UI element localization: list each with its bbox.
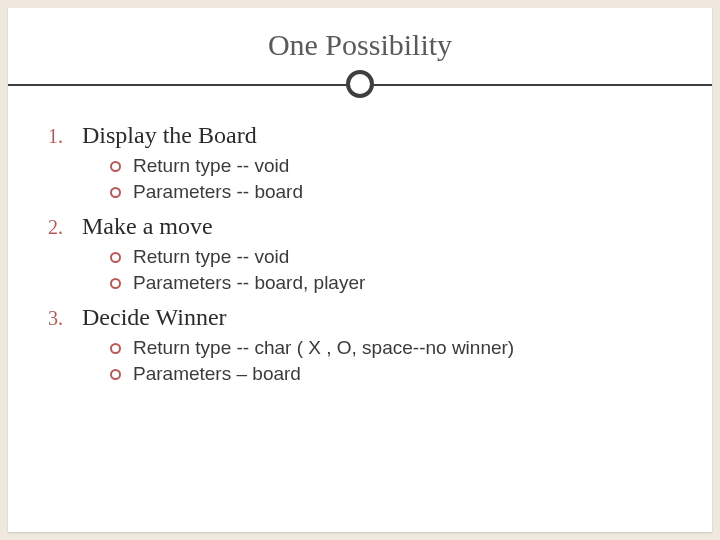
list-number: 2. bbox=[48, 216, 82, 239]
sub-item: Return type -- void bbox=[110, 246, 680, 268]
sub-item: Return type -- char ( X , O, space--no w… bbox=[110, 337, 680, 359]
sub-text: Parameters – board bbox=[133, 363, 301, 385]
list-number: 3. bbox=[48, 307, 82, 330]
sub-list: Return type -- char ( X , O, space--no w… bbox=[110, 337, 680, 385]
bullet-ring-icon bbox=[110, 161, 121, 172]
sub-list: Return type -- void Parameters -- board bbox=[110, 155, 680, 203]
sub-item: Parameters -- board, player bbox=[110, 272, 680, 294]
sub-text: Return type -- void bbox=[133, 246, 289, 268]
list-item: 1. Display the Board bbox=[48, 122, 680, 149]
divider bbox=[8, 70, 712, 98]
content: 1. Display the Board Return type -- void… bbox=[8, 108, 712, 385]
sub-text: Return type -- char ( X , O, space--no w… bbox=[133, 337, 514, 359]
bullet-ring-icon bbox=[110, 369, 121, 380]
sub-text: Return type -- void bbox=[133, 155, 289, 177]
sub-list: Return type -- void Parameters -- board,… bbox=[110, 246, 680, 294]
divider-circle-icon bbox=[346, 70, 374, 98]
list-heading: Decide Winner bbox=[82, 304, 227, 331]
bullet-ring-icon bbox=[110, 278, 121, 289]
bullet-ring-icon bbox=[110, 252, 121, 263]
bullet-ring-icon bbox=[110, 187, 121, 198]
bullet-ring-icon bbox=[110, 343, 121, 354]
sub-item: Return type -- void bbox=[110, 155, 680, 177]
list-item: 2. Make a move bbox=[48, 213, 680, 240]
list-number: 1. bbox=[48, 125, 82, 148]
list-item: 3. Decide Winner bbox=[48, 304, 680, 331]
list-heading: Display the Board bbox=[82, 122, 257, 149]
list-heading: Make a move bbox=[82, 213, 213, 240]
sub-text: Parameters -- board bbox=[133, 181, 303, 203]
slide-title: One Possibility bbox=[8, 8, 712, 62]
sub-item: Parameters – board bbox=[110, 363, 680, 385]
title-area: One Possibility bbox=[8, 8, 712, 108]
slide: One Possibility 1. Display the Board Ret… bbox=[8, 8, 712, 532]
sub-text: Parameters -- board, player bbox=[133, 272, 365, 294]
sub-item: Parameters -- board bbox=[110, 181, 680, 203]
